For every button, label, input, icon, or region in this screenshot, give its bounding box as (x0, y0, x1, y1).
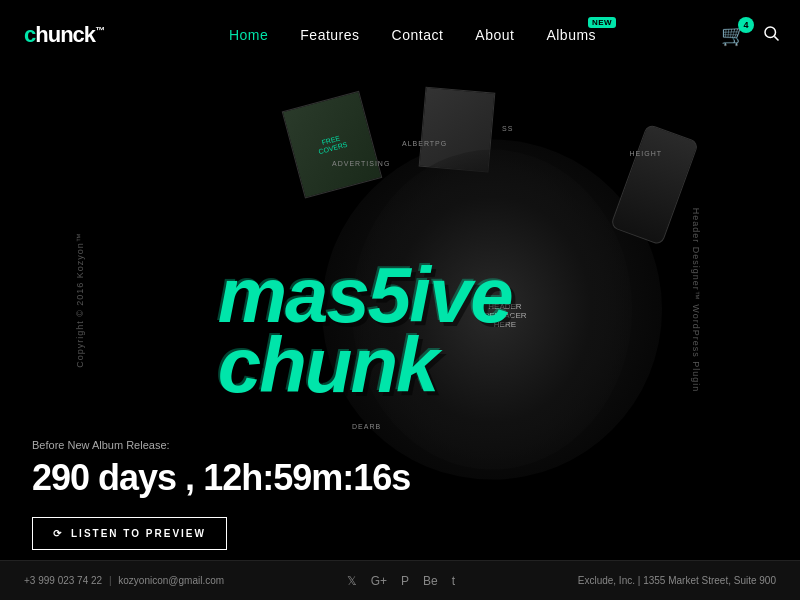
cart-count: 4 (738, 17, 754, 33)
logo-c: c (24, 22, 35, 47)
svg-line-1 (774, 36, 778, 40)
countdown-label: Before New Album Release: (32, 439, 410, 451)
svg-point-0 (765, 27, 776, 38)
countdown-timer: 290 days , 12h:59m:16s (32, 457, 410, 499)
nav-item-home[interactable]: Home (229, 27, 268, 43)
site-logo[interactable]: chunck™ (24, 22, 104, 48)
bottom-content: Before New Album Release: 290 days , 12h… (32, 439, 410, 550)
twitter-icon[interactable]: 𝕏 (347, 574, 357, 588)
side-copyright: Copyright © 2016 Kozyon™ (75, 232, 85, 368)
footer-phone: +3 999 023 74 22 (24, 575, 102, 586)
nav-item-contact[interactable]: Contact (392, 27, 444, 43)
hero-title-line2: chunk (218, 330, 512, 400)
hero-title: mas5ive chunk (218, 260, 512, 400)
search-icon[interactable] (762, 24, 780, 47)
footer-bar: +3 999 023 74 22 | kozyonicon@gmail.com … (0, 560, 800, 600)
logo-trademark: ™ (95, 25, 104, 36)
tumblr-icon[interactable]: t (452, 574, 455, 588)
footer-social: 𝕏 G+ P Be t (347, 574, 455, 588)
main-nav: Home Features Contact About Albums NEW (229, 27, 596, 43)
nav-item-features[interactable]: Features (300, 27, 359, 43)
scatter-label-3: SS (502, 125, 513, 132)
header-icons: 🛒 4 (721, 23, 780, 47)
footer-address: Exclude, Inc. | 1355 Market Street, Suit… (578, 575, 776, 586)
preview-icon: ⟳ (53, 528, 63, 539)
scatter-label-2: albertpg (402, 140, 447, 147)
hero-section: Copyright © 2016 Kozyon™ Header Designer… (0, 0, 800, 600)
header: chunck™ Home Features Contact About Albu… (0, 0, 800, 70)
behance-icon[interactable]: Be (423, 574, 438, 588)
pinterest-icon[interactable]: P (401, 574, 409, 588)
logo-text: hunck (35, 22, 95, 47)
hero-title-line1: mas5ive (218, 260, 512, 330)
nav-item-about[interactable]: About (475, 27, 514, 43)
google-plus-icon[interactable]: G+ (371, 574, 387, 588)
nav-item-albums[interactable]: Albums NEW (546, 27, 596, 43)
preview-label: LISTEN TO PREVIEW (71, 528, 206, 539)
preview-button[interactable]: ⟳ LISTEN TO PREVIEW (32, 517, 227, 550)
hero-title-overlay: mas5ive chunk (218, 260, 512, 400)
footer-contact: +3 999 023 74 22 | kozyonicon@gmail.com (24, 575, 224, 586)
footer-email: kozyonicon@gmail.com (118, 575, 224, 586)
albums-badge: NEW (588, 17, 616, 28)
cart-button[interactable]: 🛒 4 (721, 23, 746, 47)
scatter-label-5: height (630, 150, 662, 157)
